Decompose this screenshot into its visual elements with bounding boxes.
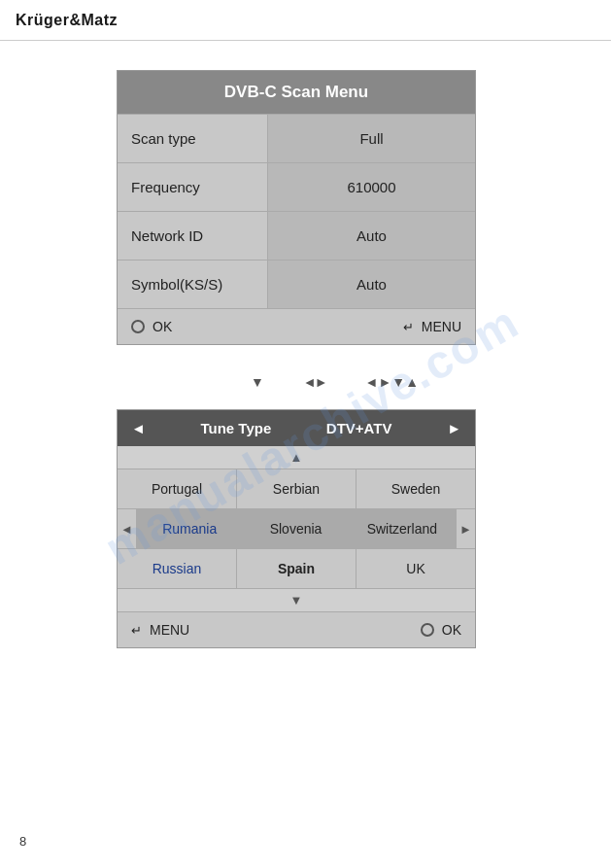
arrow-leftright-icon: ◄► [303,374,326,390]
scan-value-frequency: 610000 [268,163,475,211]
page-number: 8 [19,834,26,849]
tune-cell-portugal[interactable]: Portugal [118,469,237,508]
scan-row-frequency[interactable]: Frequency 610000 [118,162,475,211]
tune-cell-russian[interactable]: Russian [118,549,237,588]
tune-menu-label: MENU [150,622,189,638]
header: Krüger&Matz [0,0,611,41]
tune-arrow-right[interactable]: ► [447,420,461,436]
tune-type-value: DTV+ATV [326,420,392,436]
tune-type-label: Tune Type [200,420,271,436]
tune-cell-switzerland[interactable]: Switzerland [350,509,456,548]
scan-label-networkid: Network ID [118,212,268,260]
tune-footer: ↵ MENU OK [118,611,475,647]
arrow-all-icon: ◄►▼▲ [365,374,419,390]
tune-footer-menu[interactable]: ↵ MENU [131,622,189,638]
tune-type-section: ◄ Tune Type DTV+ATV ► ▲ Portugal Serbian… [117,409,476,648]
scan-row-networkid[interactable]: Network ID Auto [118,211,475,260]
scan-ok-label: OK [153,319,172,334]
scan-footer: OK ↵ MENU [118,308,475,344]
scan-label-scantype: Scan type [118,115,268,162]
scan-footer-ok[interactable]: OK [131,319,172,334]
scan-value-networkid: Auto [268,212,475,260]
menu-icon: ↵ [403,320,414,334]
scan-footer-menu[interactable]: ↵ MENU [403,319,461,334]
tune-row-3: Russian Spain UK [118,548,475,588]
tune-row2-arrow-right[interactable]: ► [456,509,475,548]
scan-label-frequency: Frequency [118,163,268,211]
tune-arrow-left[interactable]: ◄ [131,420,146,436]
tune-cell-spain[interactable]: Spain [237,549,356,588]
tune-row-2: ◄ Rumania Slovenia Switzerland ► [118,508,475,548]
main-content: DVB-C Scan Menu Scan type Full Frequency… [0,41,611,668]
arrow-down-icon: ▼ [251,374,264,390]
tune-scroll-down[interactable]: ▼ [118,588,475,611]
scan-label-symbol: Symbol(KS/S) [118,260,268,308]
tune-cell-uk[interactable]: UK [356,549,475,588]
scan-value-symbol: Auto [268,260,475,308]
tune-ok-label: OK [442,622,461,638]
tune-footer-ok[interactable]: OK [421,622,461,638]
ok-circle-icon [131,320,145,333]
scan-row-symbol[interactable]: Symbol(KS/S) Auto [118,260,475,308]
scan-menu-label: MENU [422,319,461,334]
tune-cell-rumania[interactable]: Rumania [137,509,243,548]
tune-scroll-up[interactable]: ▲ [118,446,475,469]
tune-row-1: Portugal Serbian Sweden [118,469,475,508]
dvbc-scan-menu: DVB-C Scan Menu Scan type Full Frequency… [117,70,476,345]
tune-menu-icon: ↵ [131,623,142,638]
brand-logo: Krüger&Matz [16,12,118,29]
scan-row-scantype[interactable]: Scan type Full [118,114,475,162]
tune-cell-sweden[interactable]: Sweden [356,469,475,508]
tune-cell-serbian[interactable]: Serbian [237,469,356,508]
tune-row2-arrow-left[interactable]: ◄ [118,509,137,548]
scan-value-scantype: Full [268,115,475,162]
nav-diagram: ▼ ◄► ◄►▼▲ [117,374,553,390]
tune-type-header[interactable]: ◄ Tune Type DTV+ATV ► [118,410,475,446]
tune-ok-circle-icon [421,623,434,637]
tune-cell-slovenia[interactable]: Slovenia [243,509,349,548]
scan-menu-title: DVB-C Scan Menu [118,71,475,114]
